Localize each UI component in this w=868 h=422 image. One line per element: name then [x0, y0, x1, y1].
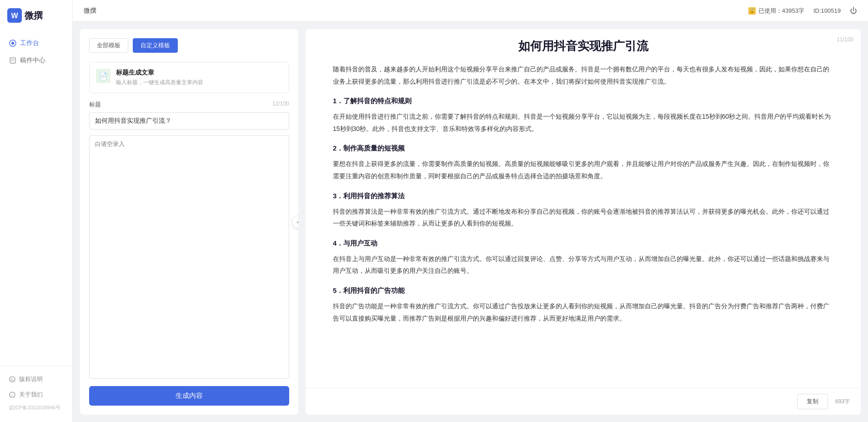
article-paragraph: 抖音的广告功能是一种非常有效的推广引流方式。你可以通过广告投放来让更多的人看到你…	[333, 300, 833, 324]
svg-text:W: W	[11, 12, 18, 20]
article-header: 如何用抖音实现推广引流 11/100	[306, 29, 861, 59]
svg-text:©: ©	[11, 378, 14, 382]
title-label-text: 标题	[89, 100, 101, 109]
svg-point-3	[11, 42, 14, 45]
title-input[interactable]	[89, 112, 289, 130]
sidebar-item-drafts[interactable]: 稿件中心	[0, 52, 72, 69]
usage-icon: 🔒	[748, 7, 756, 15]
content-textarea[interactable]	[89, 135, 289, 379]
tab-custom-templates[interactable]: 自定义模板	[133, 38, 178, 53]
template-card-icon: 📄	[96, 69, 110, 83]
article-paragraph: 抖音的推荐算法是一种非常有效的推广引流方式。通过不断地发布和分享自己的短视频，你…	[333, 206, 833, 230]
article-title: 如何用抖音实现推广引流	[324, 38, 843, 54]
workbench-label: 工作台	[20, 39, 39, 47]
article-paragraph: 随着抖音的普及，越来越多的人开始利用这个短视频分享平台来推广自己的产品或服务。抖…	[333, 63, 833, 87]
main-area: 微撰 🔒 已使用：43953字 ID:100519 ⏻ 全部模板 自定义模板 📄	[73, 0, 868, 422]
content-wrapper: 全部模板 自定义模板 📄 标题生成文章 输入标题，一键生成高质量文章内容 标题 …	[73, 22, 868, 422]
title-char-count: 12/100	[272, 100, 289, 109]
template-card-info: 标题生成文章 输入标题，一键生成高质量文章内容	[116, 69, 203, 86]
user-id: ID:100519	[813, 7, 841, 14]
word-count: 693字	[835, 398, 850, 406]
article-paragraph: 要想在抖音上获得更多的流量，你需要制作高质量的短视频。高质量的短视频能够吸引更多…	[333, 158, 833, 182]
article-section-heading: 1．了解抖音的特点和规则	[333, 95, 833, 107]
about-icon: i	[9, 392, 15, 398]
sidebar-nav: 工作台 稿件中心	[0, 31, 72, 366]
generate-button[interactable]: 生成内容	[89, 386, 289, 406]
usage-label: 已使用：43953字	[758, 7, 804, 15]
left-panel: 全部模板 自定义模板 📄 标题生成文章 输入标题，一键生成高质量文章内容 标题 …	[80, 29, 298, 415]
page-counter: 11/100	[837, 36, 853, 43]
icp-number: 皖ICP备2022018946号	[0, 402, 72, 413]
svg-rect-4	[10, 58, 15, 63]
copyright-label: 版权说明	[19, 375, 43, 383]
template-card-desc: 输入标题，一键生成高质量文章内容	[116, 79, 203, 86]
topbar-title: 微撰	[84, 7, 96, 15]
logo-icon: W	[7, 8, 22, 23]
logo-text: 微撰	[25, 10, 43, 22]
sidebar: W 微撰 工作台 稿件中心 © 版权说明	[0, 0, 73, 422]
workbench-icon	[9, 40, 16, 47]
right-panel: 如何用抖音实现推广引流 11/100 随着抖音的普及，越来越多的人开始利用这个短…	[306, 29, 861, 415]
article-section-heading: 3．利用抖音的推荐算法	[333, 190, 833, 202]
article-section-heading: 5．利用抖音的广告功能	[333, 284, 833, 296]
article-body[interactable]: 随着抖音的普及，越来越多的人开始利用这个短视频分享平台来推广自己的产品或服务。抖…	[306, 59, 861, 388]
title-field-label: 标题 12/100	[89, 100, 289, 109]
usage-info: 🔒 已使用：43953字	[748, 7, 804, 15]
article-section-heading: 4．与用户互动	[333, 237, 833, 249]
sidebar-item-workbench[interactable]: 工作台	[0, 35, 72, 52]
tab-all-templates[interactable]: 全部模板	[89, 38, 128, 53]
template-card-title-article[interactable]: 📄 标题生成文章 输入标题，一键生成高质量文章内容	[89, 62, 289, 93]
sidebar-about[interactable]: i 关于我们	[0, 387, 72, 402]
topbar: 微撰 🔒 已使用：43953字 ID:100519 ⏻	[73, 0, 868, 22]
article-footer: 复制 693字	[306, 388, 861, 415]
drafts-icon	[9, 57, 16, 64]
topbar-right: 🔒 已使用：43953字 ID:100519 ⏻	[748, 7, 857, 15]
sidebar-copyright[interactable]: © 版权说明	[0, 372, 72, 387]
template-card-name: 标题生成文章	[116, 69, 203, 77]
drafts-label: 稿件中心	[20, 56, 45, 65]
article-section-heading: 2．制作高质量的短视频	[333, 142, 833, 154]
svg-text:i: i	[12, 393, 13, 397]
article-paragraph: 在抖音上与用户互动是一种非常有效的推广引流方式。你可以通过回复评论、点赞、分享等…	[333, 253, 833, 277]
power-button[interactable]: ⏻	[850, 7, 857, 15]
logo-area: W 微撰	[0, 0, 72, 31]
copy-button[interactable]: 复制	[797, 394, 828, 409]
collapse-button[interactable]: ◀	[292, 216, 298, 228]
about-label: 关于我们	[19, 391, 43, 399]
article-paragraph: 在开始使用抖音进行推广引流之前，你需要了解抖音的特点和规则。抖音是一个短视频分享…	[333, 111, 833, 135]
sidebar-bottom: © 版权说明 i 关于我们 皖ICP备2022018946号	[0, 366, 72, 422]
copyright-icon: ©	[9, 376, 15, 382]
template-tabs: 全部模板 自定义模板	[89, 38, 289, 53]
